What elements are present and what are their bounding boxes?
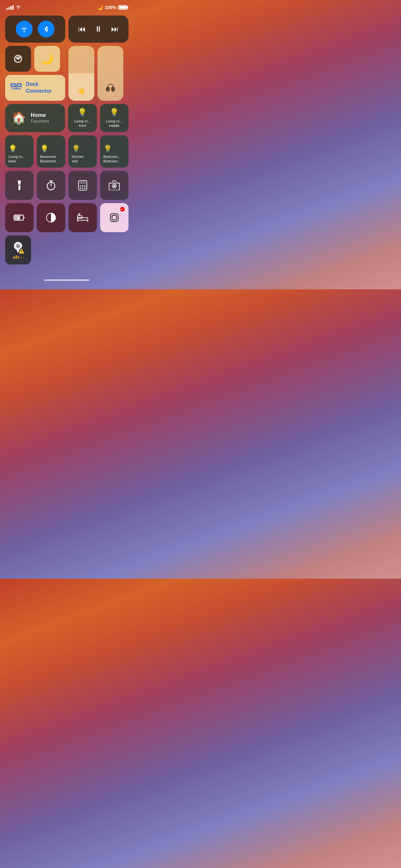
home-icon: 🏠	[11, 111, 26, 125]
connectivity-panel	[5, 16, 65, 42]
brightness-slider[interactable]: ☀️	[68, 46, 94, 101]
bedroom-button[interactable]: 💡 Bedroom...Bedroom...	[100, 135, 128, 167]
light-kitchen-label: Kitchensink	[72, 154, 84, 164]
kitchen-sink-button[interactable]: 💡 Kitchensink	[68, 135, 97, 167]
light-back-icon: 💡	[8, 145, 17, 153]
dock-connector-label: Dock Connector	[26, 81, 60, 95]
home-text: Home Favorites	[31, 112, 50, 124]
light-front-icon: 💡	[78, 108, 87, 117]
living-room-front-button[interactable]: 💡 Living ro...front	[68, 104, 97, 132]
camera-button[interactable]	[100, 171, 128, 200]
light-basement-icon: 💡	[40, 145, 49, 153]
svg-point-6	[106, 87, 110, 92]
svg-rect-12	[80, 182, 86, 184]
brightness-icon: ☀️	[77, 87, 86, 96]
home-title: Home	[31, 112, 50, 119]
low-power-button[interactable]	[5, 203, 34, 232]
svg-rect-3	[11, 85, 15, 87]
dark-mode-button[interactable]	[37, 203, 65, 232]
svg-rect-22	[14, 216, 20, 220]
moon-icon: 🌙	[97, 5, 103, 10]
light-bedroom-label: Bedroom...Bedroom...	[103, 154, 121, 164]
media-rewind-button[interactable]: ⏮	[78, 25, 86, 34]
media-controls-panel: ⏮ ⏸ ⏭	[68, 16, 128, 42]
svg-point-15	[84, 185, 86, 187]
wifi-status-icon	[16, 4, 21, 10]
svg-point-18	[84, 188, 86, 189]
svg-point-7	[111, 87, 115, 92]
portrait-lock-button[interactable]	[5, 46, 31, 72]
dock-connector-icon	[10, 82, 22, 94]
living-room-back-button[interactable]: 💡 Living ro...back	[5, 135, 34, 167]
battery-icon	[118, 5, 127, 10]
light-basement-label: BasementBasement	[40, 154, 56, 164]
svg-rect-5	[18, 85, 21, 87]
light-back-label: Living ro...back	[8, 154, 25, 164]
basement-button[interactable]: 💡 BasementBasement	[37, 135, 65, 167]
svg-point-29	[18, 245, 19, 247]
home-favorites-button[interactable]: 🏠 Home Favorites	[5, 104, 65, 132]
svg-point-13	[80, 185, 81, 187]
svg-rect-27	[112, 215, 117, 220]
control-center: ⏮ ⏸ ⏭ 🌙	[0, 13, 134, 276]
svg-point-9	[18, 184, 21, 186]
status-right: 🌙 100%	[97, 5, 127, 10]
row-small-lights: 💡 Living ro...back 💡 BasementBasement 💡 …	[5, 135, 128, 167]
do-not-disturb-button[interactable]: 🌙	[34, 46, 60, 72]
status-bar: 🌙 100%	[0, 0, 134, 13]
flashlight-button[interactable]	[5, 171, 34, 200]
media-forward-button[interactable]: ⏭	[111, 25, 119, 34]
brightness-headphones: ☀️	[68, 46, 128, 101]
timer-button[interactable]	[37, 171, 65, 200]
bluetooth-button[interactable]	[38, 21, 55, 37]
row-hearing: ⚠️	[5, 236, 128, 265]
light-bedroom-icon: 💡	[103, 145, 112, 153]
light-middle-icon: 💡	[110, 108, 119, 117]
signal-icon	[6, 5, 13, 10]
media-pause-button[interactable]: ⏸	[95, 25, 102, 34]
battery-percent: 100%	[104, 5, 116, 10]
home-indicator	[0, 276, 134, 287]
light-front-label: Living ro...front	[74, 119, 91, 128]
screen-record-button[interactable]	[100, 203, 128, 232]
row-more-utilities	[5, 203, 128, 232]
calculator-button[interactable]	[68, 171, 97, 200]
row-home: 🏠 Home Favorites 💡 Living ro...front 💡 L…	[5, 104, 128, 132]
svg-rect-26	[111, 214, 118, 221]
svg-point-17	[82, 188, 83, 189]
record-active-badge	[120, 207, 125, 212]
row-utilities	[5, 171, 128, 200]
svg-point-16	[80, 188, 81, 189]
row-2-left: 🌙 Dock Connector	[5, 46, 65, 101]
dock-connector-button[interactable]: Dock Connector	[5, 75, 65, 101]
svg-point-20	[113, 185, 115, 187]
hearing-level-bars	[13, 255, 24, 259]
living-room-middle-button[interactable]: 💡 Living ro...middle	[100, 104, 129, 132]
light-kitchen-icon: 💡	[72, 145, 81, 153]
home-subtitle: Favorites	[31, 119, 50, 124]
svg-point-14	[82, 185, 83, 187]
svg-point-1	[17, 58, 19, 60]
home-indicator-bar	[44, 279, 89, 281]
light-middle-label: Living ro...middle	[106, 119, 122, 128]
status-left	[6, 4, 21, 10]
airpods-panel[interactable]	[97, 46, 123, 101]
hearing-button[interactable]: ⚠️	[5, 236, 31, 265]
wifi-button[interactable]	[16, 21, 33, 37]
row-connectivity-media: ⏮ ⏸ ⏭	[5, 16, 128, 42]
row-lock-dnd-dock: 🌙 Dock Connector ☀️	[5, 46, 128, 101]
sleep-button[interactable]	[68, 203, 97, 232]
lock-dnd-row: 🌙	[5, 46, 65, 72]
